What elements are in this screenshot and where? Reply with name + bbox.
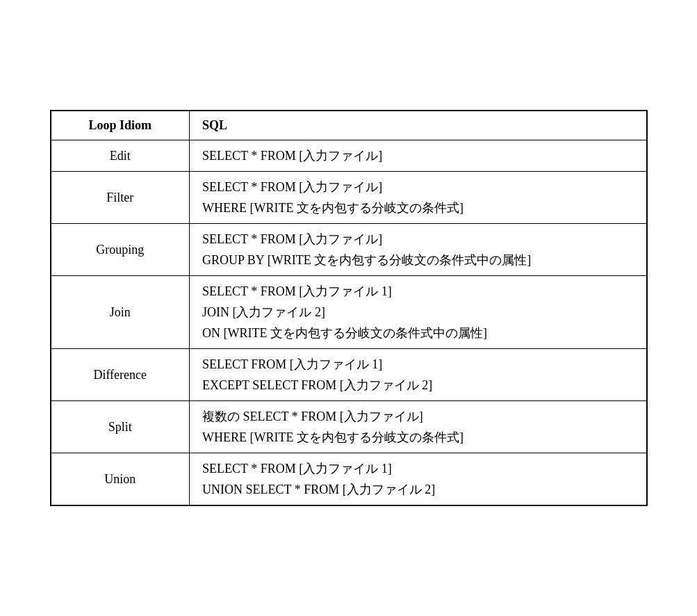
sql-line: SELECT * FROM [入力ファイル 1] (202, 460, 634, 477)
sql-line: WHERE [WRITE 文を内包する分岐文の条件式] (202, 200, 634, 216)
sql-line: SELECT * FROM [入力ファイル] (202, 179, 634, 195)
table-row: FilterSELECT * FROM [入力ファイル]WHERE [WRITE… (51, 172, 647, 224)
loop-idiom-table: Loop Idiom SQL EditSELECT * FROM [入力ファイル… (50, 110, 648, 506)
idiom-cell: Grouping (51, 224, 190, 276)
sql-line: EXCEPT SELECT FROM [入力ファイル 2] (202, 377, 634, 394)
sql-line: SELECT FROM [入力ファイル 1] (202, 356, 634, 373)
sql-cell: SELECT * FROM [入力ファイル] (190, 140, 647, 172)
table-row: JoinSELECT * FROM [入力ファイル 1]JOIN [入力ファイル… (51, 276, 647, 349)
idiom-cell: Split (51, 401, 190, 453)
idiom-cell: Join (51, 276, 190, 349)
table-row: DifferenceSELECT FROM [入力ファイル 1]EXCEPT S… (51, 349, 647, 401)
sql-cell: SELECT * FROM [入力ファイル 1]UNION SELECT * F… (190, 453, 647, 506)
idiom-cell: Edit (51, 140, 190, 172)
sql-line: UNION SELECT * FROM [入力ファイル 2] (202, 481, 634, 498)
main-container: Loop Idiom SQL EditSELECT * FROM [入力ファイル… (50, 110, 648, 506)
table-header-row: Loop Idiom SQL (51, 111, 647, 140)
sql-line: SELECT * FROM [入力ファイル 1] (202, 283, 634, 300)
sql-line: JOIN [入力ファイル 2] (202, 304, 634, 321)
idiom-cell: Filter (51, 172, 190, 224)
header-sql: SQL (190, 111, 647, 140)
sql-cell: SELECT * FROM [入力ファイル]GROUP BY [WRITE 文を… (190, 224, 647, 276)
table-row: GroupingSELECT * FROM [入力ファイル]GROUP BY [… (51, 224, 647, 276)
sql-cell: SELECT * FROM [入力ファイル 1]JOIN [入力ファイル 2]O… (190, 276, 647, 349)
idiom-cell: Difference (51, 349, 190, 401)
sql-line: WHERE [WRITE 文を内包する分岐文の条件式] (202, 429, 634, 446)
sql-line: ON [WRITE 文を内包する分岐文の条件式中の属性] (202, 325, 634, 341)
sql-cell: SELECT FROM [入力ファイル 1]EXCEPT SELECT FROM… (190, 349, 647, 401)
sql-cell: 複数の SELECT * FROM [入力ファイル]WHERE [WRITE 文… (190, 401, 647, 453)
table-row: Split複数の SELECT * FROM [入力ファイル]WHERE [WR… (51, 401, 647, 453)
sql-cell: SELECT * FROM [入力ファイル]WHERE [WRITE 文を内包す… (190, 172, 647, 224)
table-row: UnionSELECT * FROM [入力ファイル 1]UNION SELEC… (51, 453, 647, 506)
header-loop-idiom: Loop Idiom (51, 111, 190, 140)
table-row: EditSELECT * FROM [入力ファイル] (51, 140, 647, 172)
idiom-cell: Union (51, 453, 190, 506)
sql-line: SELECT * FROM [入力ファイル] (202, 231, 634, 248)
sql-line: GROUP BY [WRITE 文を内包する分岐文の条件式中の属性] (202, 252, 634, 268)
sql-line: 複数の SELECT * FROM [入力ファイル] (202, 408, 634, 425)
sql-line: SELECT * FROM [入力ファイル] (202, 147, 634, 164)
